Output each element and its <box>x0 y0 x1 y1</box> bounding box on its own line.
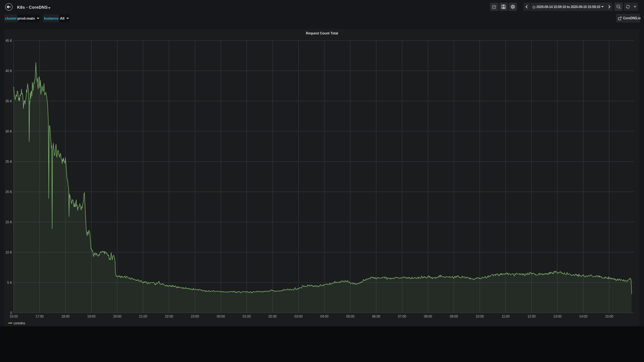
svg-text:13:00: 13:00 <box>553 314 562 318</box>
svg-text:02:00: 02:00 <box>268 314 277 318</box>
svg-text:30 K: 30 K <box>5 129 12 133</box>
svg-text:07:00: 07:00 <box>398 314 406 318</box>
svg-text:17:00: 17:00 <box>35 314 44 318</box>
svg-text:05:00: 05:00 <box>346 314 355 318</box>
svg-text:14:00: 14:00 <box>579 314 588 318</box>
svg-text:45 K: 45 K <box>5 39 12 42</box>
svg-text:08:00: 08:00 <box>424 314 432 318</box>
svg-text:03:00: 03:00 <box>294 314 303 318</box>
svg-text:10 K: 10 K <box>5 250 12 254</box>
svg-text:40 K: 40 K <box>5 69 12 73</box>
svg-text:04:00: 04:00 <box>320 314 329 318</box>
svg-text:00:00: 00:00 <box>217 314 225 318</box>
svg-text:18:00: 18:00 <box>61 314 70 318</box>
svg-text:10:00: 10:00 <box>476 314 484 318</box>
svg-text:19:00: 19:00 <box>87 314 96 318</box>
svg-text:06:00: 06:00 <box>372 314 380 318</box>
svg-text:09:00: 09:00 <box>450 314 458 318</box>
svg-text:15:00: 15:00 <box>605 314 613 318</box>
svg-text:22:00: 22:00 <box>165 314 173 318</box>
svg-text:01:00: 01:00 <box>243 314 251 318</box>
svg-text:23:00: 23:00 <box>191 314 199 318</box>
svg-text:11:00: 11:00 <box>502 314 510 318</box>
svg-text:20 K: 20 K <box>5 190 12 194</box>
svg-text:21:00: 21:00 <box>139 314 148 318</box>
svg-text:35 K: 35 K <box>5 99 12 103</box>
svg-text:25 K: 25 K <box>5 160 12 163</box>
svg-text:5 K: 5 K <box>7 281 12 284</box>
svg-text:12:00: 12:00 <box>527 314 536 318</box>
svg-text:20:00: 20:00 <box>113 314 121 318</box>
svg-text:16:00: 16:00 <box>10 314 18 318</box>
svg-text:coredns: coredns <box>14 321 25 325</box>
svg-text:15 K: 15 K <box>5 220 12 224</box>
